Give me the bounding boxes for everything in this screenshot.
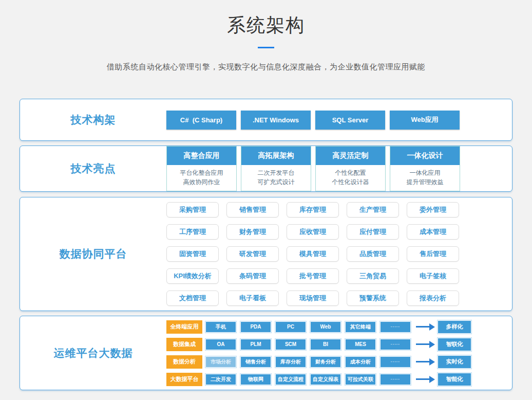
platform-item: 品质管理 <box>347 246 399 262</box>
highlight-cards: 高整合应用平台化整合应用高效协同作业高拓展架构二次开发平台可扩充式设计高灵活定制… <box>166 146 512 191</box>
section-platform: 数据协同平台 采购管理销售管理库存管理生产管理委外管理工序管理财务管理应收管理应… <box>20 197 512 311</box>
section-label-tech-stack: 技术构架 <box>20 113 166 127</box>
section-label-platform: 数据协同平台 <box>20 247 166 261</box>
bigdata-item: 其它终端 <box>345 321 376 333</box>
page-subtitle: 借助系统自动化核心管理引擎，实现数字化与信息化深度融合，为企业数值化管理应用赋能 <box>0 62 532 72</box>
bigdata-result: 智能化 <box>438 373 471 386</box>
platform-item: 采购管理 <box>166 202 219 217</box>
bigdata-item: SCM <box>275 339 306 350</box>
bigdata-item: 库存分析 <box>275 356 306 368</box>
bigdata-item: 物联网 <box>240 374 271 385</box>
platform-item: 三角贸易 <box>347 268 399 284</box>
bigdata-category: 大数据平台 <box>166 373 202 386</box>
bigdata-row: 全终端应用手机PDAPCWeb其它终端·····多样化 <box>166 320 512 334</box>
platform-grid-row: 固资管理研发管理模具管理品质管理售后管理 <box>166 246 512 262</box>
bigdata-item: Web <box>310 321 341 333</box>
bigdata-result: 多样化 <box>438 320 471 334</box>
bigdata-item: 销售分析 <box>240 356 271 368</box>
platform-grid-row: 文档管理电子看板现场管理预警系统报表分析 <box>166 290 512 306</box>
arrow-right-icon <box>416 378 429 380</box>
bigdata-item: 可拉式关联 <box>345 374 376 385</box>
platform-item: 库存管理 <box>287 202 339 217</box>
bigdata-item: BI <box>310 339 341 350</box>
highlight-card-line: 高效协同作业 <box>167 177 236 187</box>
section-highlights: 技术亮点 高整合应用平台化整合应用高效协同作业高拓展架构二次开发平台可扩充式设计… <box>20 146 512 192</box>
platform-item: 电子签核 <box>407 268 459 284</box>
arrow-right-icon <box>416 326 429 328</box>
platform-item: 批号管理 <box>287 268 339 284</box>
platform-item: 研发管理 <box>226 246 279 262</box>
highlight-card-body: 个性化配置个性化设计器 <box>316 165 385 191</box>
title-underline <box>258 47 274 48</box>
platform-item: 生产管理 <box>347 202 399 217</box>
platform-item: 报表分析 <box>407 290 459 306</box>
platform-item: 售后管理 <box>407 246 459 262</box>
bigdata-rows: 全终端应用手机PDAPCWeb其它终端·····多样化数据集成OAPLMSCMB… <box>166 320 512 386</box>
platform-grid-row: 工序管理财务管理应收管理应付管理成本管理 <box>166 224 512 240</box>
section-bigdata: 运维平台大数据 全终端应用手机PDAPCWeb其它终端·····多样化数据集成O… <box>20 316 512 390</box>
tech-stack-items: C# (C Sharp).NET WindowsSQL ServerWeb应用 <box>166 111 512 130</box>
platform-item: 模具管理 <box>287 246 339 262</box>
bigdata-item: 市场分析 <box>205 356 236 368</box>
tech-stack-item: .NET Windows <box>241 111 311 130</box>
highlight-card-line: 提升管理效益 <box>390 177 460 187</box>
platform-item: 现场管理 <box>287 290 339 306</box>
tech-stack-item: C# (C Sharp) <box>166 111 236 130</box>
bigdata-row: 大数据平台二次开发物联网自定义流程自定义报表可拉式关联·····智能化 <box>166 373 512 386</box>
arrow-right-icon <box>416 361 429 362</box>
highlight-card-title: 高拓展架构 <box>241 147 311 165</box>
platform-item: 应收管理 <box>287 224 339 240</box>
highlight-card-body: 一体化应用提升管理效益 <box>390 165 460 191</box>
bigdata-item: 财务分析 <box>310 356 341 368</box>
highlight-card: 高灵活定制个性化配置个性化设计器 <box>315 146 386 191</box>
highlight-card-line: 二次开发平台 <box>241 168 311 177</box>
section-label-bigdata: 运维平台大数据 <box>20 346 166 360</box>
platform-item: 固资管理 <box>166 246 219 262</box>
tech-stack-item: Web应用 <box>390 111 460 130</box>
bigdata-category: 数据分析 <box>166 355 202 369</box>
platform-item: 文档管理 <box>166 290 219 306</box>
bigdata-item: PDA <box>240 321 271 333</box>
bigdata-item: PC <box>275 321 306 333</box>
arrow-right-icon <box>416 343 429 345</box>
highlight-card-title: 高整合应用 <box>167 147 236 165</box>
platform-item: 销售管理 <box>226 202 279 217</box>
ellipsis-item: ····· <box>380 374 411 385</box>
ellipsis-item: ····· <box>380 339 411 350</box>
platform-grid-row: KPI绩效分析条码管理批号管理三角贸易电子签核 <box>166 268 512 284</box>
platform-grid-row: 采购管理销售管理库存管理生产管理委外管理 <box>166 202 512 217</box>
bigdata-item: 自定义流程 <box>275 374 306 385</box>
page-title: 系统架构 <box>0 13 532 38</box>
section-tech-stack: 技术构架 C# (C Sharp).NET WindowsSQL ServerW… <box>20 99 512 141</box>
platform-item: 财务管理 <box>226 224 279 240</box>
highlight-card-body: 二次开发平台可扩充式设计 <box>241 165 311 191</box>
highlight-card: 高拓展架构二次开发平台可扩充式设计 <box>241 146 311 191</box>
page-header: 系统架构 借助系统自动化核心管理引擎，实现数字化与信息化深度融合，为企业数值化管… <box>0 0 532 72</box>
bigdata-item: OA <box>205 339 236 350</box>
highlight-card-title: 一体化设计 <box>390 147 460 165</box>
bigdata-item: 二次开发 <box>205 374 236 385</box>
highlight-card: 一体化设计一体化应用提升管理效益 <box>390 146 460 191</box>
ellipsis-item: ····· <box>380 356 411 368</box>
bigdata-item: 自定义报表 <box>310 374 341 385</box>
bigdata-result: 智联化 <box>438 338 471 351</box>
bigdata-row: 数据分析市场分析销售分析库存分析财务分析成本分析·····实时化 <box>166 355 512 369</box>
bigdata-result: 实时化 <box>438 355 471 369</box>
bigdata-item: PLM <box>240 339 271 350</box>
platform-item: 条码管理 <box>226 268 279 284</box>
highlight-card-line: 个性化设计器 <box>316 177 385 187</box>
platform-item: 成本管理 <box>407 224 459 240</box>
bigdata-item: 手机 <box>205 321 236 333</box>
highlight-card-line: 一体化应用 <box>390 168 460 177</box>
platform-item: 委外管理 <box>407 202 459 217</box>
bigdata-category: 全终端应用 <box>166 320 202 334</box>
highlight-card-line: 可扩充式设计 <box>241 177 311 187</box>
highlight-card-title: 高灵活定制 <box>316 147 385 165</box>
highlight-card: 高整合应用平台化整合应用高效协同作业 <box>166 146 237 191</box>
highlight-card-line: 个性化配置 <box>316 168 385 177</box>
platform-item: 工序管理 <box>166 224 219 240</box>
section-label-highlights: 技术亮点 <box>20 161 166 176</box>
bigdata-item: 成本分析 <box>345 356 376 368</box>
highlight-card-body: 平台化整合应用高效协同作业 <box>167 165 236 191</box>
bigdata-row: 数据集成OAPLMSCMBIMES·····智联化 <box>166 338 512 351</box>
